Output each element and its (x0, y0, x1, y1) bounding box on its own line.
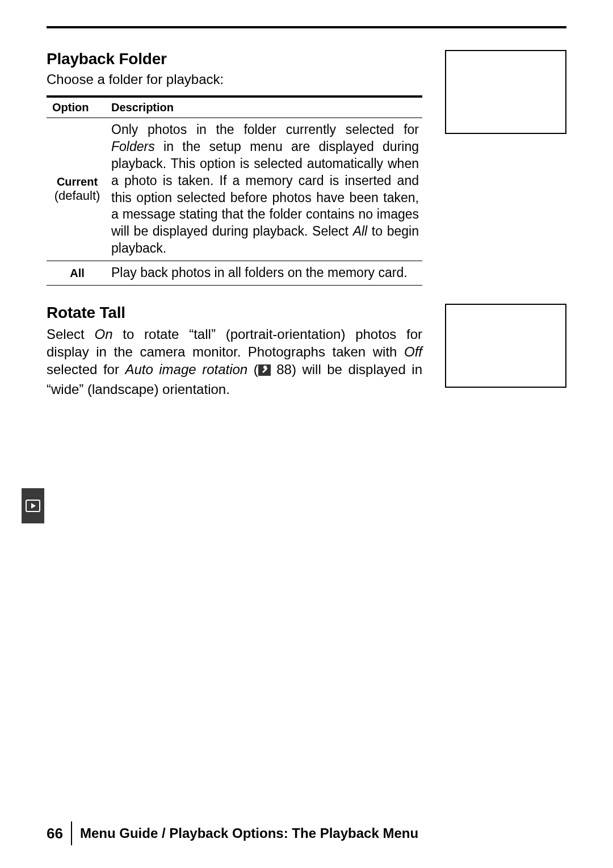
manual-page: Playback Folder Choose a folder for play… (0, 0, 613, 868)
desc-em-folders: Folders (111, 139, 155, 154)
top-rule (47, 26, 566, 28)
playback-icon (26, 500, 40, 512)
option-label-bold: All (49, 267, 106, 280)
table-header-option: Option (47, 97, 109, 118)
option-label-bold: Current (49, 175, 106, 188)
para-text: Select (47, 326, 94, 342)
rotate-tall-figure-col (445, 304, 566, 388)
playback-folder-figure-col (445, 50, 566, 134)
para-text: ( (247, 362, 258, 377)
rotate-tall-paragraph: Select On to rotate “tall” (portrait-ori… (47, 325, 422, 398)
table-header-description: Description (109, 97, 422, 118)
svg-marker-2 (31, 503, 36, 509)
rotate-tall-screenshot-placeholder (445, 304, 566, 388)
footer-separator (71, 821, 72, 845)
para-em-on: On (94, 326, 112, 342)
rotate-tall-section: Rotate Tall Select On to rotate “tall” (… (47, 304, 566, 398)
option-label-default: (default) (49, 188, 106, 203)
table-row: All Play back photos in all folders on t… (47, 261, 422, 286)
rotate-tall-text: Rotate Tall Select On to rotate “tall” (… (47, 304, 422, 398)
playback-folder-screenshot-placeholder (445, 50, 566, 134)
para-text: selected for (47, 362, 125, 377)
playback-folder-text: Playback Folder Choose a folder for play… (47, 50, 422, 286)
option-current: Current (default) (47, 118, 109, 261)
section-heading-playback-folder: Playback Folder (47, 50, 422, 68)
desc-em-all: All (353, 224, 368, 238)
option-all-description: Play back photos in all folders on the m… (109, 261, 422, 286)
para-em-auto-rotation: Auto image rotation (125, 362, 247, 377)
playback-folder-options-table: Option Description Current (default) Onl… (47, 95, 422, 286)
table-row: Current (default) Only photos in the fol… (47, 118, 422, 261)
playback-folder-section: Playback Folder Choose a folder for play… (47, 50, 566, 286)
option-current-description: Only photos in the folder currently sele… (109, 118, 422, 261)
para-em-off: Off (404, 344, 422, 359)
wrench-icon (258, 362, 271, 380)
footer-title: Menu Guide / Playback Options: The Playb… (80, 825, 418, 841)
desc-text: Only photos in the folder currently sele… (111, 122, 419, 137)
chapter-side-tab (22, 488, 44, 523)
page-footer: 66 Menu Guide / Playback Options: The Pl… (47, 821, 418, 845)
playback-folder-intro: Choose a folder for playback: (47, 72, 422, 87)
section-heading-rotate-tall: Rotate Tall (47, 304, 422, 322)
option-all: All (47, 261, 109, 286)
page-number: 66 (47, 825, 63, 842)
